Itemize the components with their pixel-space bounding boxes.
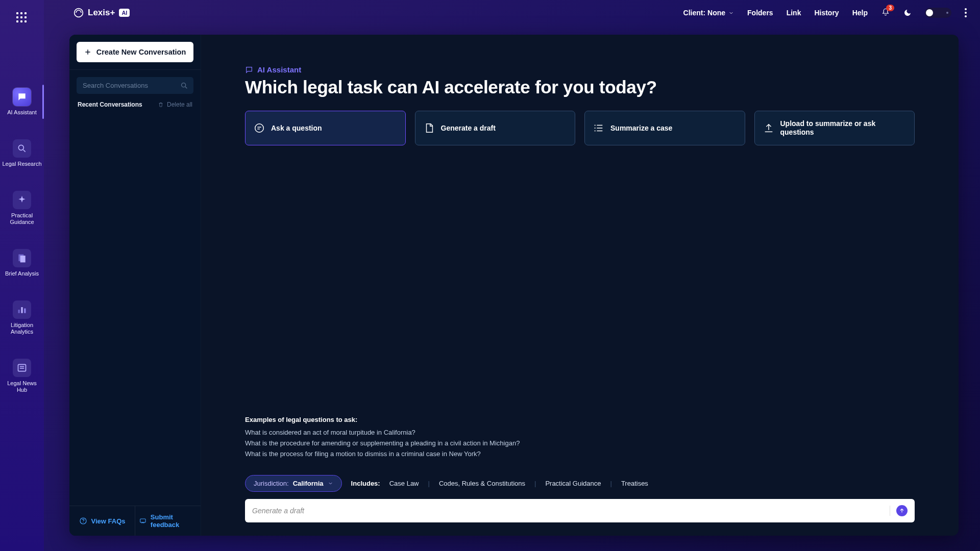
rail-item-practical-guidance[interactable]: Practical Guidance — [0, 188, 44, 229]
top-bar: Lexis+ AI Client: None Folders Link Hist… — [44, 0, 980, 26]
moon-icon — [903, 9, 912, 17]
view-faqs-button[interactable]: View FAQs — [69, 506, 135, 536]
plus-icon — [84, 48, 91, 56]
divider — [890, 506, 890, 516]
card-summarize-case[interactable]: Summarize a case — [584, 111, 745, 145]
document-icon — [17, 253, 27, 263]
create-conversation-label: Create New Conversation — [96, 48, 186, 56]
client-dropdown[interactable]: Client: None — [683, 9, 734, 17]
chat-bubble-icon — [245, 66, 253, 74]
svg-point-15 — [83, 522, 83, 523]
rail-item-brief-analysis[interactable]: Brief Analysis — [0, 246, 44, 280]
notifications-button[interactable]: 3 — [881, 8, 890, 18]
theme-toggle[interactable] — [925, 8, 951, 18]
example-question[interactable]: What is considered an act of moral turpi… — [245, 429, 915, 436]
svg-point-18 — [595, 124, 596, 126]
notifications-badge: 3 — [886, 5, 894, 11]
apps-grid-icon[interactable] — [16, 12, 28, 23]
filter-codes[interactable]: Codes, Rules & Constitutions — [439, 480, 525, 487]
chevron-down-icon — [328, 481, 333, 486]
card-label: Summarize a case — [610, 124, 672, 133]
document-edit-icon — [424, 122, 435, 134]
compose-input[interactable] — [252, 507, 884, 515]
rail-label: AI Assistant — [5, 109, 38, 116]
nav-help[interactable]: Help — [852, 9, 868, 17]
svg-line-13 — [185, 87, 187, 88]
examples-header: Examples of legal questions to ask: — [245, 416, 915, 423]
svg-rect-16 — [140, 519, 145, 522]
card-upload[interactable]: Upload to summarize or ask questions — [754, 111, 915, 145]
card-label: Upload to summarize or ask questions — [780, 119, 906, 137]
svg-point-20 — [595, 130, 596, 131]
search-icon — [180, 82, 188, 90]
view-faqs-label: View FAQs — [91, 517, 126, 525]
example-question[interactable]: What is the process for filing a motion … — [245, 450, 915, 458]
rail-label: Brief Analysis — [3, 270, 41, 277]
search-conversations-input[interactable] — [77, 77, 193, 94]
rail-label: Legal Research — [0, 161, 43, 167]
chat-icon — [254, 122, 265, 134]
includes-label: Includes: — [351, 480, 380, 487]
filter-caselaw[interactable]: Case Law — [389, 480, 419, 487]
left-rail: AI Assistant Legal Research Practical Gu… — [0, 0, 44, 551]
trash-icon — [158, 102, 164, 108]
nav-link[interactable]: Link — [787, 9, 801, 17]
list-icon — [593, 122, 604, 134]
rail-item-legal-news-hub[interactable]: Legal News Hub — [0, 356, 44, 396]
card-generate-draft[interactable]: Generate a draft — [415, 111, 576, 145]
brand-name: Lexis+ — [88, 8, 115, 18]
arrow-up-icon — [899, 508, 905, 514]
nav-folders[interactable]: Folders — [747, 9, 773, 17]
assistant-tag-text: AI Assistant — [257, 65, 301, 74]
send-button[interactable] — [896, 505, 908, 516]
nav-history[interactable]: History — [814, 9, 839, 17]
rail-label: Practical Guidance — [0, 212, 44, 226]
workspace-panel: Create New Conversation Recent Conversat… — [69, 35, 959, 536]
rail-label: Legal News Hub — [0, 380, 44, 393]
toggle-thumb — [926, 9, 933, 16]
help-circle-icon — [79, 517, 87, 525]
svg-point-19 — [595, 128, 596, 129]
main-content: AI Assistant Which legal task can AI acc… — [201, 35, 959, 536]
jurisdiction-label: Jurisdiction: — [254, 480, 289, 487]
more-menu[interactable] — [965, 8, 967, 17]
svg-rect-4 — [18, 310, 20, 313]
card-label: Generate a draft — [441, 124, 496, 133]
card-label: Ask a question — [271, 124, 322, 133]
top-nav: Client: None Folders Link History Help 3 — [683, 8, 967, 18]
delete-all-button[interactable]: Delete all — [158, 101, 192, 108]
jurisdiction-dropdown[interactable]: Jurisdiction: California — [245, 475, 342, 492]
chat-bubble-icon — [17, 92, 27, 102]
submit-feedback-label: Submit feedback — [151, 513, 197, 529]
chevron-down-icon — [728, 10, 734, 16]
create-conversation-button[interactable]: Create New Conversation — [77, 42, 193, 62]
svg-rect-5 — [21, 307, 22, 313]
rail-item-ai-assistant[interactable]: AI Assistant — [0, 85, 44, 119]
upload-icon — [763, 122, 774, 134]
hero-heading: Which legal task can AI accelerate for y… — [245, 77, 915, 97]
svg-point-11 — [946, 12, 948, 14]
sun-icon — [944, 10, 950, 16]
svg-point-12 — [182, 83, 186, 87]
rail-label: Litigation Analytics — [0, 322, 44, 335]
brand-logo[interactable]: Lexis+ AI — [74, 8, 130, 18]
svg-line-1 — [23, 150, 26, 152]
bar-chart-icon — [17, 305, 27, 315]
filter-practical-guidance[interactable]: Practical Guidance — [545, 480, 601, 487]
svg-point-0 — [18, 145, 23, 150]
example-question[interactable]: What is the procedure for amending or su… — [245, 439, 915, 447]
svg-rect-3 — [20, 256, 26, 262]
client-label: Client: None — [683, 9, 725, 17]
rail-item-legal-research[interactable]: Legal Research — [0, 136, 44, 170]
card-ask-question[interactable]: Ask a question — [245, 111, 406, 145]
svg-rect-6 — [24, 309, 26, 313]
jurisdiction-value: California — [293, 480, 324, 487]
filter-treatises[interactable]: Treatises — [621, 480, 648, 487]
submit-feedback-button[interactable]: Submit feedback — [135, 506, 201, 536]
compose-bar — [245, 499, 915, 522]
rail-item-litigation-analytics[interactable]: Litigation Analytics — [0, 297, 44, 338]
brand-badge: AI — [119, 9, 130, 17]
recent-conversations-label: Recent Conversations — [78, 101, 142, 108]
newspaper-icon — [17, 363, 27, 373]
sparkle-icon — [17, 195, 27, 205]
